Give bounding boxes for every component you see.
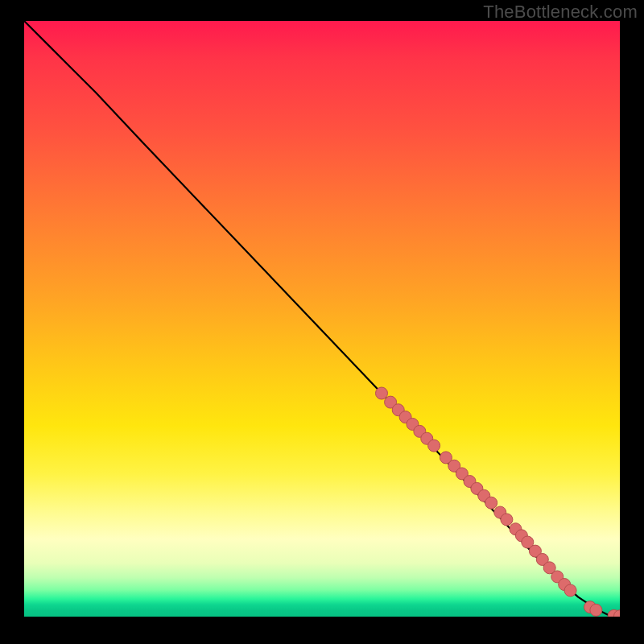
data-marker (485, 497, 497, 509)
curve-line (24, 21, 620, 617)
plot-area (24, 21, 620, 617)
chart-frame: TheBottleneck.com (0, 0, 644, 644)
data-markers (376, 387, 621, 617)
watermark-text: TheBottleneck.com (483, 2, 638, 23)
data-marker (501, 514, 513, 526)
chart-svg (24, 21, 620, 617)
data-marker (590, 604, 602, 616)
data-marker (564, 584, 576, 597)
data-marker (428, 440, 440, 452)
data-marker (376, 387, 388, 399)
